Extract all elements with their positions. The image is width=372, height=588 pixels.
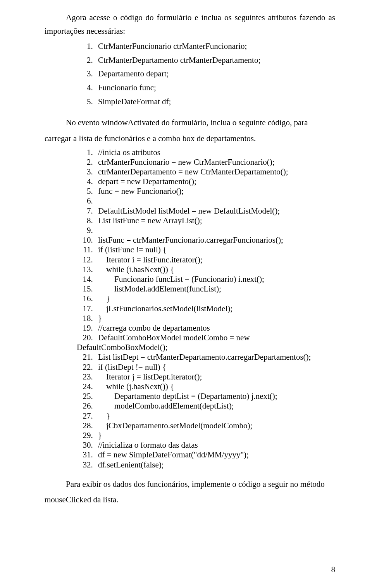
list-item: ctrManterDepartamento = new CtrManterDep… [95,167,335,177]
list-item [95,226,335,235]
list-item: df.setLenient(false); [95,460,335,470]
list-item: Departamento deptList = (Departamento) j… [95,391,335,401]
evento-line1: No evento windowActivated do formulário,… [66,118,308,127]
code-line: DefaultComboBoxModel modelCombo = newDef… [98,333,335,352]
code-line: DefaultListModel listModel = new Default… [98,206,280,216]
list-item: //inicia os atributos [95,148,335,157]
list-item: ctrManterFuncionario = new CtrManterFunc… [95,157,335,167]
list-item: } [95,294,335,303]
code-line: } [98,411,110,421]
outro-line2: mouseClicked da lista. [45,495,119,504]
attr-text: CtrManterDepartamento ctrManterDepartame… [98,55,260,65]
list-item: func = new Funcionario(); [95,186,335,196]
attr-text: SimpleDateFormat df; [98,97,171,106]
list-item: } [95,431,335,440]
code-line: modelCombo.addElement(deptList); [98,401,234,410]
code-line: List listDept = ctrManterDepartamento.ca… [98,352,311,362]
attr-text: CtrManterFuncionario ctrManterFuncionari… [98,41,247,51]
code-line: //inicia os atributos [98,148,160,157]
list-item: CtrManterFuncionario ctrManterFuncionari… [95,40,335,53]
list-item: Funcionario func; [95,81,335,95]
evento-line2: carregar a lista de funcionários e a com… [45,134,256,143]
code-line: jLstFuncionarios.setModel(listModel); [98,304,232,313]
list-item: modelCombo.addElement(deptList); [95,401,335,411]
code-line: } [98,294,110,303]
code-line: listFunc = ctrManterFuncionario.carregar… [98,235,283,245]
code-line: if (listDept != null) { [98,362,166,372]
code-line: while (j.hasNext()) { [98,382,174,391]
attributes-list: CtrManterFuncionario ctrManterFuncionari… [45,40,335,108]
list-item: while (i.hasNext()) { [95,265,335,274]
list-item: List listFunc = new ArrayList(); [95,216,335,226]
list-item: List listDept = ctrManterDepartamento.ca… [95,352,335,362]
code-line: } [98,314,102,323]
list-item: jLstFuncionarios.setModel(listModel); [95,304,335,314]
code-line: List listFunc = new ArrayList(); [98,216,202,225]
evento-paragraph-line2: carregar a lista de funcionários e a com… [45,132,335,145]
code-line: //inicializa o formato das datas [98,440,198,450]
code-list: //inicia os atributosctrManterFuncionari… [45,148,335,470]
code-line: Iterator i = listFunc.iterator(); [98,255,203,264]
code-line: //carrega combo de departamentos [98,323,210,333]
intro-paragraph: Agora acesse o código do formulário e in… [45,11,335,38]
list-item [95,196,335,206]
code-line: } [98,431,102,440]
outro-paragraph: Para exibir os dados dos funcionários, i… [45,478,335,491]
list-item: Iterator j = listDept.iterator(); [95,372,335,382]
code-line: listModel.addElement(funcList); [98,284,221,293]
list-item: Iterator i = listFunc.iterator(); [95,255,335,265]
list-item: listModel.addElement(funcList); [95,284,335,294]
code-line: df.setLenient(false); [98,460,164,469]
list-item: listFunc = ctrManterFuncionario.carregar… [95,235,335,245]
outro-paragraph-line2: mouseClicked da lista. [45,493,335,507]
code-line: func = new Funcionario(); [98,186,184,196]
code-line: jCbxDepartamento.setModel(modelCombo); [98,421,252,430]
code-line: depart = new Departamento(); [98,177,196,186]
list-item: } [95,411,335,421]
list-item: DefaultListModel listModel = new Default… [95,206,335,216]
list-item: Funcionario funcList = (Funcionario) i.n… [95,274,335,284]
list-item: if (listDept != null) { [95,362,335,372]
list-item: jCbxDepartamento.setModel(modelCombo); [95,421,335,431]
list-item: //carrega combo de departamentos [95,323,335,333]
attr-text: Funcionario func; [98,83,156,92]
list-item: depart = new Departamento(); [95,177,335,186]
list-item: CtrManterDepartamento ctrManterDepartame… [95,54,335,67]
code-line: ctrManterDepartamento = new CtrManterDep… [98,167,288,176]
code-line: Funcionario funcList = (Funcionario) i.n… [98,274,264,284]
document-page: Agora acesse o código do formulário e in… [0,0,372,588]
code-line: ctrManterFuncionario = new CtrManterFunc… [98,157,275,167]
attr-text: Departamento depart; [98,69,169,78]
list-item: //inicializa o formato das datas [95,440,335,450]
list-item: SimpleDateFormat df; [95,95,335,109]
outro-line1: Para exibir os dados dos funcionários, i… [66,479,325,489]
list-item: Departamento depart; [95,67,335,81]
code-line: Departamento deptList = (Departamento) j… [98,391,277,401]
list-item: if (listFunc != null) { [95,245,335,255]
list-item: DefaultComboBoxModel modelCombo = newDef… [95,333,335,352]
list-item: df = new SimpleDateFormat("dd/MM/yyyy"); [95,450,335,460]
code-line: while (i.hasNext()) { [98,265,174,274]
intro-line2: necessárias: [86,26,125,36]
code-line: if (listFunc != null) { [98,245,167,254]
list-item: while (j.hasNext()) { [95,382,335,391]
evento-paragraph: No evento windowActivated do formulário,… [45,116,335,129]
page-number: 8 [331,565,336,574]
list-item: } [95,314,335,323]
code-line: Iterator j = listDept.iterator(); [98,372,202,381]
code-line: df = new SimpleDateFormat("dd/MM/yyyy"); [98,450,249,459]
